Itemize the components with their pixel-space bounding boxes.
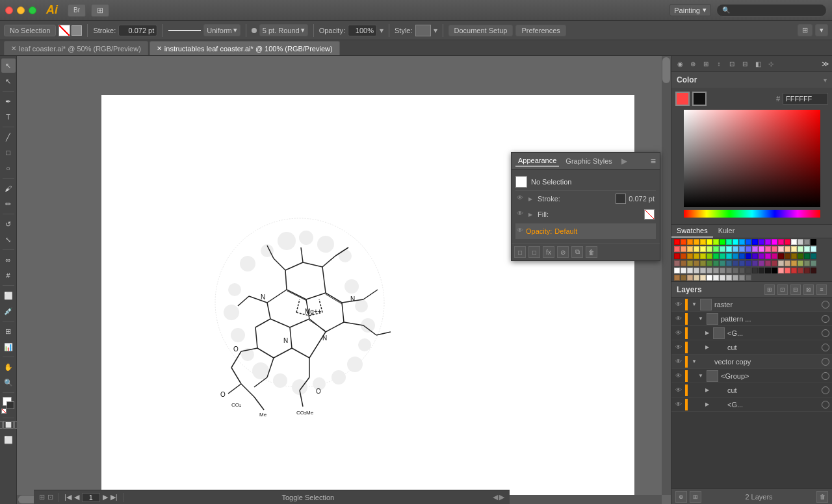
hex-color-input[interactable] — [783, 93, 828, 105]
line-tool[interactable]: ╱ — [1, 130, 16, 144]
mesh-tool[interactable]: # — [1, 268, 16, 283]
color-swatch[interactable] — [739, 253, 745, 259]
color-swatch[interactable] — [733, 268, 738, 273]
panel-icon-5[interactable]: ⊡ — [726, 58, 738, 69]
color-swatch[interactable] — [720, 253, 725, 259]
kuler-tab[interactable]: Kuler — [713, 225, 740, 238]
brush-dropdown[interactable]: 5 pt. Round▾ — [259, 24, 308, 36]
next-page-button[interactable]: ▶ — [103, 493, 108, 501]
layer-expand-arrow[interactable]: ▼ — [691, 301, 697, 308]
clear-button[interactable]: ⊘ — [557, 246, 569, 258]
panel-options-arrow[interactable]: ▶ — [621, 157, 627, 166]
new-item-button2[interactable]: □ — [528, 246, 540, 258]
color-swatch[interactable] — [713, 253, 719, 259]
color-swatch[interactable] — [674, 275, 680, 281]
style-dropdown-arrow[interactable]: ▾ — [434, 26, 437, 35]
behind-mode[interactable]: ⬜ — [3, 421, 14, 429]
color-swatch[interactable] — [752, 268, 758, 273]
color-swatch[interactable] — [798, 253, 803, 259]
document-setup-button[interactable]: Document Setup — [448, 25, 514, 36]
color-swatch[interactable] — [687, 246, 693, 252]
color-swatch[interactable] — [674, 246, 680, 252]
layer-visibility-icon[interactable]: 👁 — [674, 329, 683, 338]
zoom-tool[interactable]: 🔍 — [1, 375, 16, 390]
color-swatch[interactable] — [739, 260, 745, 266]
layer-target-circle[interactable] — [822, 301, 829, 309]
color-swatch[interactable] — [707, 260, 712, 266]
panel-icon-6[interactable]: ⊟ — [739, 58, 751, 69]
color-swatch[interactable] — [726, 268, 732, 273]
layer-row[interactable]: 👁▶<G... — [671, 326, 832, 340]
color-swatch[interactable] — [726, 253, 732, 259]
normal-mode[interactable]: □ — [0, 421, 3, 429]
search-box[interactable]: 🔍 — [716, 4, 827, 17]
color-swatch[interactable] — [700, 268, 706, 273]
stroke-color-swatch[interactable] — [58, 25, 70, 36]
layer-expand-arrow[interactable]: ▼ — [697, 316, 704, 322]
color-swatch[interactable] — [765, 239, 771, 245]
layer-row[interactable]: 👁▶<G... — [671, 397, 832, 412]
color-swatch[interactable] — [765, 268, 771, 273]
color-swatch[interactable] — [739, 246, 745, 252]
rect-tool[interactable]: □ — [1, 145, 16, 160]
color-swatch[interactable] — [811, 253, 816, 259]
layer-target-circle[interactable] — [822, 315, 829, 323]
layers-btn-5[interactable]: ≡ — [816, 284, 827, 295]
layer-visibility-icon[interactable]: 👁 — [674, 314, 683, 323]
color-swatch[interactable] — [694, 268, 699, 273]
page-number-input[interactable] — [82, 493, 100, 502]
color-swatch[interactable] — [791, 260, 797, 266]
color-swatch[interactable] — [765, 253, 771, 259]
layer-target-circle[interactable] — [822, 401, 829, 409]
rotate-tool[interactable]: ↺ — [1, 217, 16, 231]
panel-icon-8[interactable]: ⊹ — [765, 58, 777, 69]
canvas-area[interactable]: Mg++ N N N N O O O CO₂ Me CO₂Me — [17, 56, 671, 504]
color-swatch[interactable] — [811, 260, 816, 266]
layer-expand-arrow[interactable]: ▼ — [697, 373, 704, 379]
color-swatch[interactable] — [778, 246, 784, 252]
minimize-button[interactable] — [17, 6, 25, 14]
color-spectrum-slider[interactable] — [684, 210, 820, 218]
color-swatch[interactable] — [694, 253, 699, 259]
color-swatch[interactable] — [687, 253, 693, 259]
layers-btn-4[interactable]: ⊠ — [803, 284, 814, 295]
color-swatch[interactable] — [694, 275, 699, 281]
color-swatch[interactable] — [726, 246, 732, 252]
pen-tool[interactable]: ✒ — [1, 94, 16, 108]
transform-tool[interactable]: ⊞ — [1, 324, 16, 338]
color-swatch[interactable] — [772, 268, 777, 273]
layer-target-circle[interactable] — [822, 386, 829, 394]
color-swatch[interactable] — [674, 260, 680, 266]
ellipse-tool[interactable]: ○ — [1, 161, 16, 175]
duplicate-button[interactable]: ⧉ — [571, 246, 583, 258]
last-page-button[interactable]: ▶| — [110, 493, 118, 501]
fg-color-swatch[interactable] — [675, 92, 690, 106]
new-item-button[interactable]: □ — [514, 246, 526, 258]
color-swatch[interactable] — [778, 253, 784, 259]
color-swatch[interactable] — [785, 246, 790, 252]
panel-icon-7[interactable]: ◧ — [752, 58, 764, 69]
color-swatch[interactable] — [681, 239, 686, 245]
bg-color-swatch[interactable] — [692, 92, 707, 106]
layer-target-circle[interactable] — [822, 329, 829, 337]
color-swatch[interactable] — [752, 246, 758, 252]
graphic-styles-tab[interactable]: Graphic Styles — [563, 156, 615, 166]
color-swatch[interactable] — [687, 260, 693, 266]
color-swatch[interactable] — [707, 275, 712, 281]
fx-button[interactable]: fx — [543, 246, 554, 258]
prev-page-button[interactable]: ◀ — [74, 493, 79, 501]
maximize-button[interactable] — [29, 6, 36, 14]
color-swatch[interactable] — [674, 239, 680, 245]
color-swatch[interactable] — [700, 246, 706, 252]
panel-icon-2[interactable]: ⊕ — [687, 58, 699, 69]
color-swatch[interactable] — [772, 260, 777, 266]
layer-row[interactable]: 👁▼raster — [671, 297, 832, 312]
color-swatch[interactable] — [772, 239, 777, 245]
layer-row[interactable]: 👁▶cut — [671, 383, 832, 397]
color-swatch[interactable] — [733, 239, 738, 245]
style-swatch[interactable] — [415, 25, 431, 36]
panel-icon-3[interactable]: ⊞ — [700, 58, 712, 69]
color-swatch[interactable] — [804, 239, 810, 245]
color-swatch[interactable] — [798, 246, 803, 252]
color-swatch[interactable] — [694, 239, 699, 245]
